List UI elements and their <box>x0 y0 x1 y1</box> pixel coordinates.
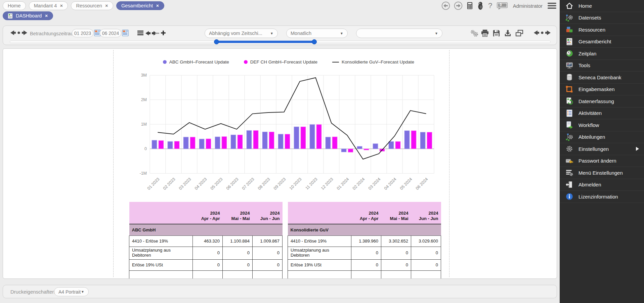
bar[interactable] <box>389 141 394 149</box>
bar[interactable] <box>168 141 173 149</box>
sidebar-item-workflow[interactable]: Workflow <box>560 119 644 131</box>
tools-icon <box>565 61 574 70</box>
gears-icon[interactable] <box>470 29 479 39</box>
bar[interactable] <box>152 140 157 149</box>
sidebar-item-home[interactable]: Home <box>560 0 644 12</box>
bar[interactable] <box>357 146 362 149</box>
list-menu-icon[interactable] <box>137 30 143 37</box>
period-slider[interactable] <box>10 41 551 43</box>
table-section-row: ABC GmbH <box>129 224 283 235</box>
sidebar-item-abmelden[interactable]: Abmelden <box>560 179 644 191</box>
close-icon[interactable]: ✕ <box>45 14 48 18</box>
row-label: Umsatzplanung aus Debitoren <box>288 247 351 259</box>
calendar-to-icon[interactable] <box>122 30 129 37</box>
bar[interactable] <box>427 132 432 149</box>
owl-icon[interactable] <box>477 1 484 10</box>
save-icon[interactable] <box>492 29 500 39</box>
hamburger-menu-icon[interactable] <box>548 2 556 9</box>
bar[interactable] <box>411 131 416 149</box>
bar[interactable] <box>348 149 353 152</box>
legend-item-konsolidierte-guv-forecast-update[interactable]: Konsolidierte GuV–Forecast Update <box>332 59 414 64</box>
print-icon[interactable] <box>481 29 489 39</box>
back-icon[interactable] <box>441 1 450 10</box>
page-format-dropdown[interactable]: A4 Portrait ▼ <box>54 287 89 296</box>
help-icon[interactable]: ? <box>487 1 493 10</box>
bar[interactable] <box>404 131 410 149</box>
bar[interactable] <box>199 139 204 149</box>
download-icon[interactable] <box>504 29 512 39</box>
empty-dropdown[interactable]: ▼ <box>356 29 442 38</box>
bar[interactable] <box>215 137 220 149</box>
sidebar-item-abteilungen[interactable]: Abteilungen <box>560 131 644 143</box>
bar[interactable] <box>285 134 290 149</box>
tab-mandant-4[interactable]: Mandant 4✕ <box>29 1 68 10</box>
bar[interactable] <box>269 132 274 149</box>
zoom-in-icon[interactable] <box>161 31 166 37</box>
bar[interactable] <box>364 149 369 150</box>
period-nav-arrows-icon[interactable] <box>10 30 27 37</box>
bar[interactable] <box>294 127 299 149</box>
bar[interactable] <box>420 132 425 149</box>
svg-text:02 2023: 02 2023 <box>162 177 176 191</box>
bar[interactable] <box>206 139 211 149</box>
slider-handle-to[interactable] <box>312 39 317 44</box>
sidebar-item-eingabemasken[interactable]: Eingabemasken <box>560 84 644 96</box>
sidebar-item-datensets[interactable]: Datensets <box>560 12 644 24</box>
close-icon[interactable]: ✕ <box>156 4 159 8</box>
bar[interactable] <box>253 130 258 149</box>
chart-svg[interactable]: 3M2M1M0-1M01 202302 202303 202304 202305… <box>139 71 438 193</box>
period-from-input[interactable]: 01 2023 <box>72 29 93 37</box>
page-nav-arrows-icon[interactable] <box>534 30 551 37</box>
tab-dashboard[interactable]: DASHboard✕ <box>3 11 53 20</box>
zoom-out-icon[interactable] <box>155 31 160 37</box>
bar[interactable] <box>222 137 227 149</box>
bar[interactable] <box>332 137 337 149</box>
legend-item-def-ch-gmbh-forecast-update[interactable]: DEF CH GmbH–Forecast Update <box>244 59 317 64</box>
tab-gesamtbericht[interactable]: Gesamtbericht✕ <box>116 1 164 10</box>
forward-icon[interactable] <box>454 1 463 10</box>
bar[interactable] <box>231 135 236 149</box>
sidebar-item-gesamtbericht[interactable]: Gesamtbericht <box>560 36 644 48</box>
bar[interactable] <box>301 127 306 149</box>
bar[interactable] <box>238 135 243 149</box>
period-to-input[interactable]: 06 2024 <box>100 29 121 37</box>
sidebar-item-zeitplan[interactable]: Zeitplan <box>560 48 644 60</box>
calculator-icon[interactable] <box>466 2 473 10</box>
sidebar-item-passwort-ndern[interactable]: Passwort ändern <box>560 155 644 167</box>
bar[interactable] <box>316 125 321 149</box>
password-key-icon <box>565 157 574 165</box>
bar[interactable] <box>341 149 346 152</box>
legend-label: Konsolidierte GuV–Forecast Update <box>342 59 414 64</box>
time-mode-dropdown[interactable]: Abhängig vom Zeitschi... ▼ <box>205 29 278 38</box>
tab-ressourcen[interactable]: Ressourcen✕ <box>71 1 113 10</box>
sidebar-item-lizenzinformation[interactable]: Lizenzinformation <box>560 191 644 203</box>
sidebar-item-datenerfassung[interactable]: Datenerfassung <box>560 95 644 107</box>
slider-handle-from[interactable] <box>214 39 219 44</box>
sidebar-item-einstellungen[interactable]: Einstellungen <box>560 143 644 155</box>
bar[interactable] <box>159 140 164 149</box>
sidebar-item-men-einstellungen[interactable]: Menü Einstellungen <box>560 167 644 179</box>
bar[interactable] <box>262 132 267 149</box>
bar[interactable] <box>278 134 283 149</box>
sidebar-item-ressourcen[interactable]: Ressourcen <box>560 24 644 36</box>
copy-window-icon[interactable] <box>515 29 524 39</box>
tab-home[interactable]: Home <box>3 1 26 10</box>
bar[interactable] <box>395 141 400 149</box>
close-icon[interactable]: ✕ <box>105 4 108 8</box>
svg-text:3M: 3M <box>141 73 147 78</box>
granularity-dropdown[interactable]: Monatlich ▼ <box>286 29 348 38</box>
bar[interactable] <box>247 130 252 149</box>
bar[interactable] <box>310 125 315 149</box>
bar[interactable] <box>174 141 179 149</box>
bar[interactable] <box>326 137 331 149</box>
close-icon[interactable]: ✕ <box>60 4 63 8</box>
bar[interactable] <box>183 137 188 149</box>
legend-item-abc-gmbh-forecast-update[interactable]: ABC GmbH–Forecast Update <box>163 59 229 64</box>
bar[interactable] <box>373 144 378 149</box>
sidebar-item-aktivit-ten[interactable]: Aktivitäten <box>560 107 644 120</box>
bar[interactable] <box>190 137 195 149</box>
sidebar-item-label: Abteilungen <box>578 134 639 140</box>
sidebar-item-seneca-datenbank[interactable]: Seneca Datenbank <box>560 72 644 84</box>
messages-icon[interactable]: 0 <box>497 1 508 10</box>
sidebar-item-tools[interactable]: Tools <box>560 60 644 72</box>
